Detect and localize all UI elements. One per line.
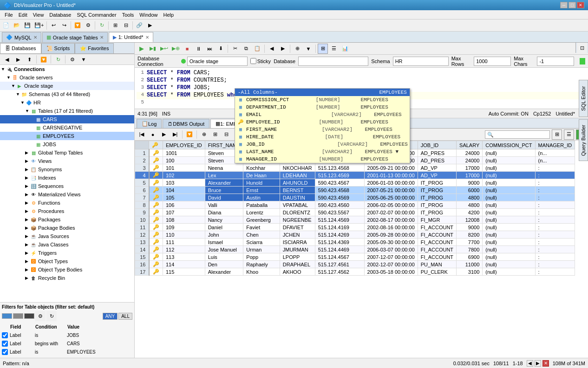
grid-btn[interactable]: ⊞ [110, 20, 120, 31]
sql-editor[interactable]: 1 SELECT * FROM CARS; 2 SELECT * FROM CO… [135, 68, 588, 109]
ac-item-empid[interactable]: 🔑 EMPLOYEE_ID [NUMBER] EMPLOYEES [235, 118, 410, 126]
filter-color-btn[interactable] [2, 313, 12, 319]
tab-oracle-tables[interactable]: ▦ Oracle stage Tables ✕ [42, 32, 108, 42]
query-builder-side-tab[interactable]: Query Builder [579, 119, 588, 161]
ac-item-commission[interactable]: ▦ COMMISSION_PCT [NUMBER] EMPLOYEES [235, 96, 410, 103]
functions-item[interactable]: ▶ ⚙ Functions [0, 199, 134, 207]
database-input[interactable] [298, 57, 368, 66]
any-btn[interactable]: ANY [103, 313, 118, 320]
ac-item-lastname[interactable]: ▦ LAST_NAME [VARCHAR2] EMPLOYEES ▼ [235, 148, 410, 155]
expand-result-btn[interactable]: ⊡ [577, 43, 587, 53]
next-btn[interactable]: ▶ [278, 44, 288, 54]
ac-item-hiredate[interactable]: ▦ HIRE_DATE [DATE] EMPLOYEES [235, 133, 410, 141]
java-sources-item[interactable]: ▶ ☕ Java Sources [0, 232, 134, 240]
menu-view[interactable]: View [30, 11, 47, 19]
tree-up-btn[interactable]: ⬆ [24, 54, 34, 65]
ac-item-dept[interactable]: ▦ DEPARTMENT_ID [NUMBER] EMPLOYEES [235, 103, 410, 111]
tab-mysql[interactable]: 🔷 MySQL ✕ [2, 32, 41, 42]
schema-dropdown[interactable]: HR [393, 57, 449, 66]
filter-cb-2[interactable] [2, 341, 8, 347]
max-chars-input[interactable] [537, 57, 574, 66]
object-type-bodies-item[interactable]: ▶ 🅾 Object Type Bodies [0, 265, 134, 274]
filter-grey-btn[interactable] [13, 313, 23, 319]
menu-tools[interactable]: Tools [119, 11, 137, 19]
grid-view-btn[interactable]: ⊞ [318, 44, 328, 54]
open-btn[interactable]: 📂 [12, 20, 22, 31]
copy-btn[interactable]: ⧉ [241, 44, 251, 54]
run-btn[interactable]: ▶ [137, 44, 147, 54]
maximize-btn[interactable]: □ [568, 2, 576, 8]
mat-views-item[interactable]: ▶ 👁 Materialized Views [0, 190, 134, 199]
connect-btn[interactable]: 🔗 [134, 20, 144, 31]
close-btn[interactable]: ✕ [577, 2, 584, 8]
dbms-output-tab[interactable]: 🗒 DBMS Output [163, 119, 209, 128]
table-row[interactable]: 8 🔑 106 Valli Pataballa VPATABAL 590.423… [135, 201, 575, 209]
table-row[interactable]: 6 🔑 104 Bruce Ernst BERNST 590.423.4568 … [135, 187, 575, 194]
table-row[interactable]: 15 🔑 113 Luis Popp LPOPP 515.124.4567 20… [135, 253, 575, 261]
filter-refresh-btn[interactable]: ↻ [46, 311, 57, 321]
connection-dropdown[interactable]: Oracle stage [187, 57, 248, 66]
redo-btn[interactable]: ↪ [59, 20, 69, 31]
indexes-item[interactable]: ▶ 📑 Indexes [0, 174, 134, 182]
oracle-stage-item[interactable]: ▼ ▶ Oracle stage [0, 82, 134, 90]
synonyms-item[interactable]: ▶ 📋 Synonyms [0, 165, 134, 174]
mysql-tab-close[interactable]: ✕ [33, 35, 37, 40]
export-btn[interactable]: ⊕ [292, 44, 302, 54]
filter-res-btn[interactable]: 🔽 [184, 129, 195, 140]
list-view-btn[interactable]: ☰ [329, 44, 339, 54]
undo-btn[interactable]: ↩ [48, 20, 59, 31]
table-row[interactable]: 9 🔑 107 Diana Lorentz DLORENTZ 590.423.5… [135, 209, 575, 216]
tree-filter-btn[interactable]: 🔽 [39, 54, 49, 65]
table-row[interactable]: 10 🔑 108 Nancy Greenberg NGREENBE 515.12… [135, 216, 575, 224]
refresh-btn[interactable]: ↻ [97, 20, 107, 31]
table-row[interactable]: 16 🔑 114 Den Raphaely DRAPHAEL 515.127.4… [135, 261, 575, 268]
favorites-tab[interactable]: ⭐ Favorites [75, 43, 114, 53]
jobs-item[interactable]: ▦ JOBS [0, 140, 134, 148]
tree-back-btn[interactable]: ◀ [2, 54, 12, 65]
data-grid[interactable]: 🔑 EMPLOYEE_ID FIRST_NAME LAST_NAME EMAIL… [135, 141, 588, 358]
ac-item-managerid[interactable]: ▦ MANAGER_ID [NUMBER] EMPLOYEES [235, 155, 410, 163]
menu-sql-commander[interactable]: SQL Commander [74, 11, 119, 19]
row-numbers-btn[interactable]: ☰ [564, 129, 574, 140]
table-row[interactable]: 17 🔑 115 Alexander Khoo AKHOO 515.127.45… [135, 268, 575, 276]
package-bodies-item[interactable]: ▶ 📦 Package Bodies [0, 224, 134, 232]
tree-settings-btn[interactable]: ⚙ [67, 54, 78, 65]
import-btn[interactable]: ▼ [303, 44, 314, 54]
nav-first-btn[interactable]: |◀ [137, 129, 147, 140]
log-tab[interactable]: 📋 Log [137, 119, 162, 128]
cars-item[interactable]: ▦ CARS [0, 115, 134, 123]
result-search-input[interactable] [485, 130, 550, 139]
databases-tab[interactable]: 🗄 Databases [0, 43, 41, 53]
nav-prev-btn[interactable]: ● [148, 129, 158, 140]
minimize-btn[interactable]: ─ [560, 2, 568, 8]
nav-next-btn[interactable]: ▶ [159, 129, 169, 140]
table-row[interactable]: 11 🔑 109 Daniel Faviet DFAVIET 515.124.4… [135, 224, 575, 231]
table-row[interactable]: 7 🔑 105 David Austin DAUSTIN 590.423.456… [135, 194, 575, 201]
packages-item[interactable]: ▶ 📦 Packages [0, 215, 134, 224]
recycle-bin-item[interactable]: ▶ 🗑 Recycle Bin [0, 274, 134, 282]
col-chooser-btn[interactable]: ⊞ [552, 129, 562, 140]
insert-row-btn[interactable]: ⊕ [199, 129, 209, 140]
script-btn[interactable]: ▶ [145, 20, 155, 31]
table-btn[interactable]: ⊟ [121, 20, 131, 31]
tab-untitled[interactable]: ▶ 1: Untitled* ✕ [109, 32, 153, 42]
filter-btn[interactable]: 🔽 [72, 20, 83, 31]
step-btn[interactable]: ⏭ [204, 44, 215, 54]
table-row[interactable]: 4 🔑 102 Lex De Haan LDEHAAN 515.123.4569… [135, 172, 575, 179]
table-row[interactable]: 13 🔑 111 Ismael Sciarra ISCIARRA 515.124… [135, 239, 575, 246]
oracle-tables-close[interactable]: ✕ [100, 35, 104, 40]
status-icon1[interactable]: ◀ [527, 360, 533, 367]
tree-refresh-btn[interactable]: ↻ [53, 54, 63, 65]
menu-help[interactable]: Help [160, 11, 176, 19]
triggers-item[interactable]: ▶ ⚡ Triggers [0, 249, 134, 257]
tree-forward-btn[interactable]: ▶ [13, 54, 23, 65]
run-last-btn[interactable]: ▶↩ [159, 44, 170, 54]
filter-cb-1[interactable] [2, 332, 8, 338]
table-row[interactable]: 12 🔑 110 John Chen JCHEN 515.124.4269 20… [135, 231, 575, 239]
ac-item-firstname[interactable]: ▦ FIRST_NAME [VARCHAR2] EMPLOYEES [235, 126, 410, 133]
connections-header[interactable]: ▼ 🔌 Connections [0, 65, 134, 73]
global-temp-item[interactable]: ▶ ▦ Global Temp Tables [0, 148, 134, 157]
ac-item-email[interactable]: ▦ EMAIL [VARCHAR2] EMPLOYEES [235, 111, 410, 118]
filter-dark-btn[interactable] [24, 313, 34, 319]
menu-database[interactable]: Database [46, 11, 74, 19]
